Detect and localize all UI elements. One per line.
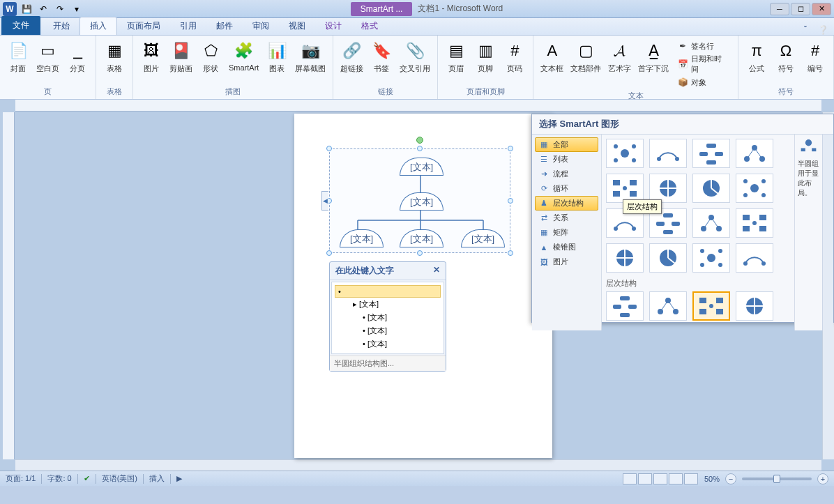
picker-layout-thumb[interactable] <box>692 174 730 203</box>
view-print-layout-icon[interactable] <box>623 473 637 484</box>
ribbon-button-首字下沉[interactable]: A̲首字下沉 <box>635 38 672 75</box>
picker-category-关系[interactable]: ⇄关系 <box>535 211 598 225</box>
picker-layout-thumb[interactable] <box>649 139 687 168</box>
save-icon[interactable]: 💾 <box>20 2 33 16</box>
tab-view[interactable]: 视图 <box>279 17 315 35</box>
tab-page-layout[interactable]: 页面布局 <box>117 17 170 35</box>
ribbon-small-签名行[interactable]: ✒签名行 <box>674 40 732 52</box>
document-page[interactable]: [文本] [文本] [文本] [文本] [文本] ◀ 在此处键入文字 ✕ • ▸… <box>294 114 552 458</box>
proofing-icon[interactable]: ✔ <box>84 474 90 483</box>
picker-category-流程[interactable]: ➜流程 <box>535 167 598 181</box>
zoom-slider[interactable] <box>742 478 812 480</box>
picker-category-层次结构[interactable]: ♟层次结构 <box>535 196 598 211</box>
ribbon-button-分页[interactable]: ⎯分页 <box>63 38 91 75</box>
ribbon-button-符号[interactable]: Ω符号 <box>772 38 800 75</box>
status-wordcount[interactable]: 字数: 0 <box>47 473 71 484</box>
ribbon-button-图表[interactable]: 📊图表 <box>263 38 291 75</box>
status-insert-mode[interactable]: 插入 <box>149 473 165 484</box>
ribbon-small-对象[interactable]: 📦对象 <box>674 76 732 89</box>
word-icon[interactable]: W <box>3 2 17 16</box>
ribbon-button-编号[interactable]: #编号 <box>801 38 829 75</box>
picker-category-矩阵[interactable]: ▦矩阵 <box>535 225 598 240</box>
tab-references[interactable]: 引用 <box>170 17 206 35</box>
status-language[interactable]: 英语(美国) <box>102 473 137 484</box>
view-fullscreen-icon[interactable] <box>638 473 652 484</box>
textpane-item[interactable]: • [文本] <box>335 337 441 351</box>
textpane-body[interactable]: • ▸ [文本] • [文本] • [文本] • [文本] <box>331 282 444 354</box>
zoom-out-button[interactable]: − <box>725 473 736 484</box>
picker-layout-thumb[interactable] <box>649 243 687 273</box>
ribbon-button-屏幕截图[interactable]: 📷屏幕截图 <box>292 38 328 75</box>
picker-layout-thumb[interactable] <box>606 174 644 203</box>
ribbon-button-文档部件[interactable]: ▢文档部件 <box>568 38 604 75</box>
picker-layout-thumb[interactable] <box>606 139 644 168</box>
picker-category-棱锥图[interactable]: ▲棱锥图 <box>535 240 598 254</box>
qat-dropdown-icon[interactable]: ▾ <box>70 2 84 16</box>
picker-category-图片[interactable]: 🖼图片 <box>535 254 598 269</box>
tab-file[interactable]: 文件 <box>1 16 40 35</box>
textpane-item[interactable]: ▸ [文本] <box>335 298 441 311</box>
picker-layout-thumb[interactable] <box>606 291 644 321</box>
view-draft-icon[interactable] <box>684 473 698 484</box>
tab-home[interactable]: 开始 <box>43 17 79 35</box>
picker-layout-thumb[interactable] <box>736 243 773 273</box>
textpane-item[interactable]: • [文本] <box>335 311 441 324</box>
picker-layout-thumb[interactable] <box>736 139 773 168</box>
ribbon-button-页眉[interactable]: ▤页眉 <box>442 38 470 75</box>
picker-layout-thumb[interactable] <box>692 208 730 238</box>
macro-record-icon[interactable]: ▶ <box>176 474 182 483</box>
smartart-node[interactable]: [文本] <box>400 158 443 176</box>
maximize-button[interactable]: ◻ <box>791 3 810 15</box>
picker-category-循环[interactable]: ⟳循环 <box>535 181 598 196</box>
ribbon-button-艺术字[interactable]: 𝓐艺术字 <box>605 38 634 75</box>
tab-design[interactable]: 设计 <box>315 17 351 35</box>
tab-format[interactable]: 格式 <box>351 17 388 35</box>
ribbon-button-交叉引用[interactable]: 📎交叉引用 <box>397 38 433 75</box>
ribbon-button-页脚[interactable]: ▥页脚 <box>471 38 499 75</box>
ribbon-button-空白页[interactable]: ▭空白页 <box>33 38 62 75</box>
picker-layout-thumb[interactable] <box>736 208 773 238</box>
picker-layout-thumb[interactable] <box>692 291 730 321</box>
tab-review[interactable]: 审阅 <box>243 17 279 35</box>
ribbon-button-超链接[interactable]: 🔗超链接 <box>338 38 366 75</box>
ribbon-button-书签[interactable]: 🔖书签 <box>367 38 395 75</box>
textpane-close-icon[interactable]: ✕ <box>433 265 440 277</box>
textpane-toggle-icon[interactable]: ◀ <box>321 191 328 211</box>
ribbon-button-表格[interactable]: ▦表格 <box>100 38 128 75</box>
smartart-node[interactable]: [文本] <box>461 229 505 247</box>
horizontal-ruler[interactable] <box>15 100 821 112</box>
status-page[interactable]: 页面: 1/1 <box>6 473 36 484</box>
tab-insert[interactable]: 插入 <box>79 17 117 35</box>
ribbon-button-文本框[interactable]: A文本框 <box>538 38 566 75</box>
ribbon-button-SmartArt[interactable]: 🧩SmartArt <box>226 38 261 73</box>
rotate-handle-icon[interactable] <box>416 137 423 144</box>
picker-scrollbar[interactable] <box>822 135 833 330</box>
close-button[interactable]: ✕ <box>812 3 831 15</box>
ribbon-button-剪贴画[interactable]: 🎴剪贴画 <box>167 38 195 75</box>
ribbon-button-封面[interactable]: 📄封面 <box>4 38 32 75</box>
picker-layout-thumb[interactable] <box>736 174 773 203</box>
textpane-item[interactable]: • [文本] <box>335 324 441 337</box>
picker-layout-thumb[interactable] <box>692 243 730 273</box>
redo-icon[interactable]: ↷ <box>53 2 67 16</box>
ribbon-button-页码[interactable]: #页码 <box>501 38 529 75</box>
picker-layout-thumb[interactable] <box>649 291 687 321</box>
help-icon[interactable]: ❔ <box>812 25 834 35</box>
undo-icon[interactable]: ↶ <box>36 2 50 16</box>
smartart-graphic[interactable]: [文本] [文本] [文本] [文本] [文本] ◀ <box>329 148 510 253</box>
picker-layout-thumb[interactable] <box>736 291 773 321</box>
horizontal-scrollbar[interactable] <box>15 459 821 471</box>
ribbon-small-日期和时间[interactable]: 📅日期和时间 <box>674 53 732 75</box>
vertical-ruler[interactable] <box>3 112 15 459</box>
textpane-item[interactable]: • <box>335 285 441 298</box>
smartart-node[interactable]: [文本] <box>400 229 443 247</box>
minimize-ribbon-icon[interactable]: ˇ <box>798 25 812 35</box>
zoom-in-button[interactable]: + <box>817 473 828 484</box>
smartart-node[interactable]: [文本] <box>340 229 384 247</box>
picker-layout-thumb[interactable] <box>649 174 687 203</box>
ribbon-button-形状[interactable]: ⬠形状 <box>197 38 225 75</box>
picker-category-列表[interactable]: ☰列表 <box>535 152 598 167</box>
ribbon-button-公式[interactable]: π公式 <box>743 38 771 75</box>
tab-mailings[interactable]: 邮件 <box>206 17 243 35</box>
view-web-icon[interactable] <box>653 473 667 484</box>
